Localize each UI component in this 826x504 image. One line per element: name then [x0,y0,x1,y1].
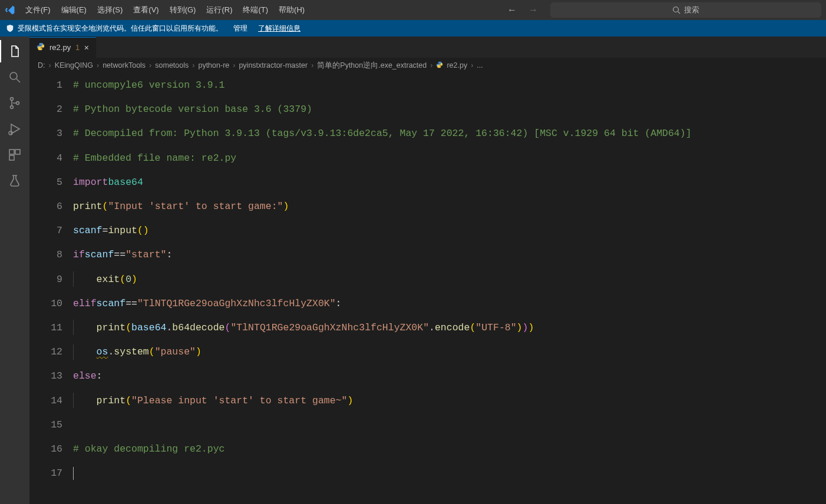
restricted-mode-text: 受限模式旨在实现安全地浏览代码。信任此窗口以启用所有功能。 [18,24,223,34]
svg-point-6 [16,102,19,105]
breadcrumb-segment[interactable]: ... [477,61,483,69]
code-line[interactable]: # okay decompiling re2.pyc [73,437,826,461]
breadcrumb-segment[interactable]: pyinstxtractor-master [239,61,308,69]
svg-rect-8 [9,150,14,154]
svg-point-5 [11,106,14,109]
code-line[interactable]: else: [73,364,826,388]
svg-point-2 [10,72,17,79]
restricted-mode-bar: 受限模式旨在实现安全地浏览代码。信任此窗口以启用所有功能。 管理 了解详细信息 [0,20,826,37]
breadcrumb-segment[interactable]: networkTools [103,61,146,69]
nav-back-icon[interactable]: ← [505,4,518,16]
menu-item[interactable]: 终端(T) [237,0,273,20]
manage-link[interactable]: 管理 [233,24,247,34]
history-nav: ← → [505,4,540,16]
svg-point-4 [11,98,14,101]
shield-icon [6,24,14,32]
menu-item[interactable]: 查看(V) [128,0,164,20]
svg-rect-10 [9,155,14,160]
code-line[interactable]: import base64 [73,170,826,194]
tab-filename: re2.py [49,43,71,52]
activity-bar [0,37,29,504]
code-line[interactable]: # Python bytecode version base 3.6 (3379… [73,97,826,121]
code-line[interactable] [73,413,826,437]
breadcrumb-segment[interactable]: sometools [155,61,189,69]
explorer-icon[interactable] [7,44,22,59]
line-number-gutter: 1234567891011121314151617 [29,73,73,504]
breadcrumb-segment[interactable]: python-re [198,61,229,69]
menu-item[interactable]: 文件(F) [20,0,56,20]
python-file-icon [436,61,443,70]
code-line[interactable]: # Embedded file name: re2.py [73,146,826,170]
code-line[interactable]: print("Input 'start' to start game:") [73,194,826,218]
svg-rect-9 [15,150,20,154]
code-line[interactable]: # Decompiled from: Python 3.9.13 (tags/v… [73,121,826,145]
testing-icon[interactable] [7,173,22,188]
menu-item[interactable]: 选择(S) [92,0,128,20]
breadcrumb-segment[interactable]: KEingQING [55,61,93,69]
menu-items: 文件(F)编辑(E)选择(S)查看(V)转到(G)运行(R)终端(T)帮助(H) [20,0,310,20]
app-root: 文件(F)编辑(E)选择(S)查看(V)转到(G)运行(R)终端(T)帮助(H)… [0,0,826,504]
code-line[interactable]: # uncompyle6 version 3.9.1 [73,73,826,97]
code-line[interactable]: print(base64.b64decode("TlNTQ1RGe29oaGgh… [73,316,826,340]
tab-problem-badge: 1 [75,44,80,52]
code-line[interactable]: os.system("pause") [73,340,826,364]
menu-item[interactable]: 运行(R) [201,0,237,20]
close-icon[interactable]: × [84,44,89,52]
breadcrumb[interactable]: D:›KEingQING›networkTools›sometools›pyth… [29,58,826,73]
breadcrumb-segment[interactable]: 简单的Python逆向.exe_extracted [317,61,427,71]
search-sidebar-icon[interactable] [7,69,22,85]
menubar: 文件(F)编辑(E)选择(S)查看(V)转到(G)运行(R)终端(T)帮助(H)… [0,0,826,20]
tab-re2-py[interactable]: re2.py 1 × [29,37,96,58]
breadcrumb-segment[interactable]: D: [38,61,45,69]
svg-line-3 [16,79,20,82]
nav-forward-icon[interactable]: → [527,4,540,16]
breadcrumb-segment[interactable]: re2.py [436,61,467,70]
run-debug-icon[interactable] [7,121,22,137]
source-control-icon[interactable] [7,95,22,111]
learn-more-link[interactable]: 了解详细信息 [258,24,300,34]
extensions-icon[interactable] [7,147,22,163]
svg-line-1 [678,12,680,14]
search-placeholder: 搜索 [684,5,699,15]
search-icon [672,6,680,14]
code-line[interactable]: exit(0) [73,267,826,291]
menu-item[interactable]: 编辑(E) [56,0,92,20]
code-line[interactable]: scanf = input() [73,218,826,243]
code-line[interactable]: elif scanf == "TlNTQ1RGe29oaGghXzNhc3lfc… [73,291,826,316]
code-line[interactable]: if scanf == "start": [73,243,826,267]
editor[interactable]: 1234567891011121314151617 # uncompyle6 v… [29,73,826,504]
command-center-search[interactable]: 搜索 [550,2,821,18]
code-area[interactable]: # uncompyle6 version 3.9.1# Python bytec… [73,73,826,504]
code-line[interactable] [73,461,826,485]
svg-point-0 [673,7,679,12]
vscode-logo-icon [0,5,20,15]
tab-bar: re2.py 1 × [29,37,826,58]
menu-item[interactable]: 帮助(H) [273,0,310,20]
menu-item[interactable]: 转到(G) [164,0,201,20]
python-file-icon [37,42,45,52]
code-line[interactable]: print("Please input 'start' to start gam… [73,388,826,412]
